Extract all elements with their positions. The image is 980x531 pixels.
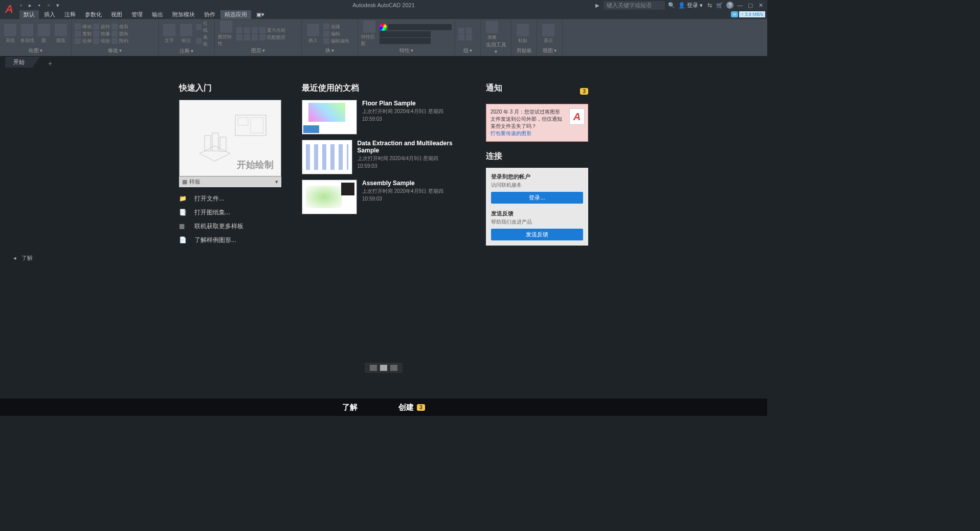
search-icon[interactable]: 🔍	[668, 2, 675, 9]
ribbon-arc-button[interactable]: 圆弧	[53, 20, 68, 47]
ribbon-scale[interactable]: 缩放	[101, 38, 110, 45]
ribbon-tab-default[interactable]: 默认	[19, 10, 39, 19]
ribbon-text-button[interactable]: 文字	[162, 20, 176, 48]
login-button[interactable]: 👤 登录 ▾	[678, 2, 703, 9]
template-dropdown[interactable]: ▦样板 ▾	[179, 176, 281, 187]
view-mode-grid-icon[interactable]	[390, 365, 397, 371]
ribbon-panel-layers-label[interactable]: 图层 ▾	[218, 47, 298, 55]
ribbon-panel-annotate-label[interactable]: 注释 ▾	[162, 48, 211, 55]
circle-icon	[38, 24, 50, 36]
lineweight-dropdown[interactable]	[380, 31, 431, 37]
grid-icon: ▦	[182, 179, 187, 185]
ribbon-line-button[interactable]: 直线	[3, 20, 18, 47]
recent-meta-time: 10:59:03	[358, 163, 465, 169]
ribbon-tab-manage[interactable]: 管理	[127, 10, 147, 19]
ribbon-panel-view-label[interactable]: 视图 ▾	[540, 47, 559, 55]
ribbon-layerprops-button[interactable]: 图层特性	[218, 20, 234, 47]
login-action-button[interactable]: 登录...	[491, 192, 583, 204]
ribbon-tab-annotate[interactable]: 注释	[60, 10, 80, 19]
recent-item[interactable]: Assembly Sample 上次打开时间 2020年4月9日 星期四 10:…	[302, 180, 465, 214]
ribbon-panel-util-label[interactable]: 实用工具 ▾	[484, 41, 508, 55]
help-icon[interactable]: ?	[726, 2, 733, 9]
ribbon-panel-group-label[interactable]: 组 ▾	[458, 47, 477, 55]
ribbon-tab-collaborate[interactable]: 协作	[200, 10, 219, 19]
feedback-action-button[interactable]: 发送反馈	[491, 229, 583, 240]
bottom-tab-create[interactable]: 创建 3	[398, 403, 425, 412]
ribbon-mirror[interactable]: 镜像	[101, 31, 110, 37]
ribbon-trim[interactable]: 修剪	[119, 24, 128, 30]
tab-start[interactable]: 开始	[5, 57, 33, 68]
ribbon-rotate[interactable]: 旋转	[101, 24, 110, 30]
ribbon-block-edit[interactable]: 编辑	[331, 31, 340, 37]
recent-item[interactable]: Data Extraction and Multileaders Sample …	[302, 140, 465, 174]
app-logo[interactable]: A	[2, 1, 16, 17]
ribbon-copy[interactable]: 复制	[82, 31, 92, 37]
ribbon-panel-modify-label[interactable]: 修改 ▾	[75, 47, 155, 55]
qat-dropdown-icon[interactable]: ▾	[54, 2, 61, 9]
ribbon-polyline-button[interactable]: 多段线	[20, 20, 35, 47]
ribbon-move[interactable]: 移动	[82, 24, 92, 30]
paste-icon	[517, 24, 529, 36]
ribbon-setcurrent[interactable]: 置为当前	[267, 27, 285, 34]
minimize-button[interactable]: —	[737, 2, 744, 9]
ribbon-dimension-button[interactable]: 标注	[179, 20, 193, 48]
notification-card[interactable]: 2020 年 3 月：您尝试过将图形文件发送到公司外部，但仅通知某些文件丢失了吗…	[486, 104, 588, 142]
ribbon-leader[interactable]: 引线	[203, 20, 211, 34]
qat-new-icon[interactable]: ▫	[17, 2, 25, 9]
ribbon-tab-parametric[interactable]: 参数化	[81, 10, 106, 19]
ribbon-fillet[interactable]: 圆角	[119, 31, 128, 37]
ribbon-tab-featured[interactable]: 精选应用	[220, 10, 251, 19]
view-mode-detail-icon[interactable]	[380, 365, 387, 371]
linetype-dropdown[interactable]	[380, 38, 431, 44]
qat-open-icon[interactable]: ▸	[27, 2, 34, 9]
qat-save-icon[interactable]: ▪	[36, 2, 43, 9]
svg-marker-3	[199, 146, 230, 161]
ribbon-circle-button[interactable]: 圆	[37, 20, 52, 47]
ribbon-insert-button[interactable]: 插入	[305, 20, 321, 47]
ribbon-matchlayer[interactable]: 匹配图层	[267, 34, 285, 41]
group-icon[interactable]	[458, 28, 464, 34]
ribbon-array[interactable]: 阵列	[119, 38, 128, 45]
ribbon-paste-button[interactable]: 粘贴	[515, 20, 531, 47]
ribbon-panel-clipboard-label[interactable]: 剪贴板	[515, 47, 533, 55]
ribbon-tab-addins[interactable]: 附加模块	[168, 10, 199, 19]
ribbon-panel-draw-label[interactable]: 绘图 ▾	[3, 47, 68, 55]
cart-icon[interactable]: 🛒	[716, 2, 723, 9]
ribbon-tab-output[interactable]: 输出	[148, 10, 167, 19]
learn-nav-left[interactable]: ◂ 了解	[13, 254, 33, 262]
ribbon-tab-view[interactable]: 视图	[107, 10, 126, 19]
new-tab-button[interactable]: +	[48, 59, 52, 68]
ribbon-table[interactable]: 表格	[203, 34, 211, 48]
ribbon-tabs: 默认 插入 注释 参数化 视图 管理 输出 附加模块 协作 精选应用 ▣▾	[0, 10, 767, 19]
ribbon-panel-props-label[interactable]: 特性 ▾	[361, 47, 452, 55]
open-file-link[interactable]: 📁打开文件...	[179, 194, 281, 203]
sample-drawings-link[interactable]: 📄了解样例图形...	[179, 236, 281, 245]
speed-badge: ↑ 3.9 MB/s	[739, 11, 765, 17]
arc-icon	[55, 24, 67, 36]
view-mode-list-icon[interactable]	[370, 365, 377, 371]
ribbon-block-create[interactable]: 创建	[331, 24, 340, 30]
close-button[interactable]: ✕	[757, 2, 764, 9]
ribbon-stretch[interactable]: 拉伸	[82, 38, 92, 45]
recent-item[interactable]: Floor Plan Sample 上次打开时间 2020年4月9日 星期四 1…	[302, 100, 465, 135]
notification-link[interactable]: 打包要传递的图形	[491, 130, 531, 136]
cloud-badge[interactable]: ∞	[731, 11, 738, 17]
block-create-icon	[323, 24, 329, 30]
start-drawing-card[interactable]: 开始绘制	[179, 100, 281, 176]
ribbon-block-attr[interactable]: 编辑属性	[331, 38, 349, 45]
search-input[interactable]: 键入关键字或短语	[604, 1, 665, 10]
qat-saveas-icon[interactable]: ▫	[45, 2, 52, 9]
color-dropdown[interactable]	[388, 24, 452, 30]
ribbon-measure-button[interactable]: 测量	[484, 20, 500, 41]
bottom-tab-learn[interactable]: 了解	[342, 403, 358, 412]
ribbon-matchprops-button[interactable]: 特性匹配	[361, 20, 377, 47]
exchange-icon[interactable]: ⇆	[706, 2, 713, 9]
ribbon-tab-insert[interactable]: 插入	[40, 10, 59, 19]
ribbon-tab-extra-icon[interactable]: ▣▾	[252, 11, 269, 18]
create-badge: 3	[417, 404, 425, 411]
online-templates-link[interactable]: ▦联机获取更多样板	[179, 222, 281, 231]
ribbon-basepoint-button[interactable]: 基点	[540, 20, 556, 47]
ribbon-panel-block-label[interactable]: 块 ▾	[305, 47, 354, 55]
maximize-button[interactable]: ▢	[747, 2, 754, 9]
open-sheetset-link[interactable]: 📑打开图纸集...	[179, 208, 281, 217]
